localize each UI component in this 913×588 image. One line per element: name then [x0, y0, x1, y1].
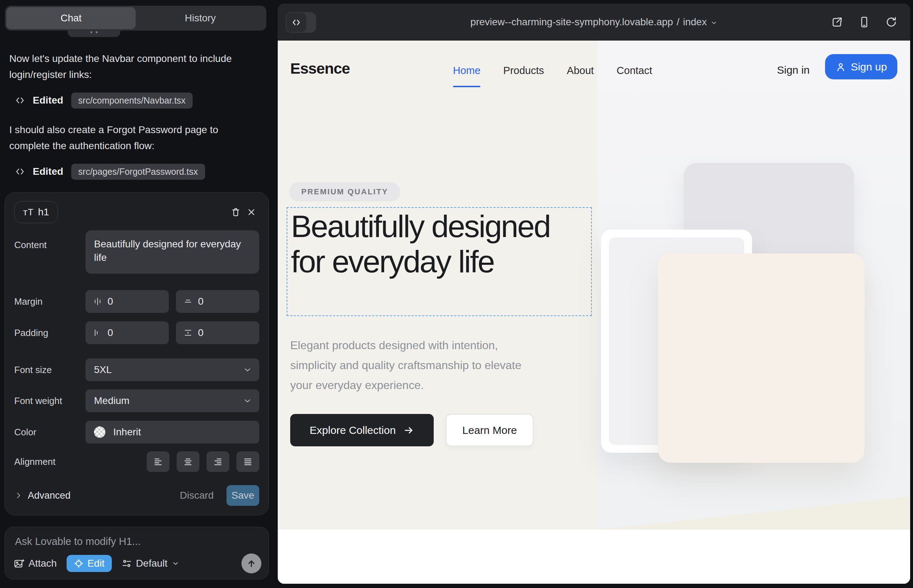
nav-link-about[interactable]: About: [567, 65, 594, 76]
tab-chat[interactable]: Chat: [6, 7, 136, 29]
font-weight-select[interactable]: Medium: [86, 389, 259, 412]
font-size-select[interactable]: 5XL: [86, 359, 259, 381]
content-input[interactable]: Beautifully designed for everyday life: [86, 230, 259, 274]
mode-select[interactable]: Default: [122, 558, 180, 569]
preview-host: preview--charming-site-symphony.lovable.…: [470, 16, 673, 28]
next-section-background: [278, 530, 910, 584]
chevron-down-icon: [172, 559, 180, 567]
external-link-icon: [831, 16, 843, 28]
font-weight-label: Font weight: [14, 396, 86, 407]
align-justify-icon: [243, 457, 253, 466]
nav-link-products[interactable]: Products: [503, 65, 544, 76]
send-button[interactable]: [241, 554, 261, 573]
align-left-icon: [154, 457, 163, 466]
chat-history-tabs: Chat History: [5, 6, 266, 31]
preview-actions: [831, 3, 897, 40]
preview-topbar: preview--charming-site-symphony.lovable.…: [278, 3, 910, 40]
file-chip[interactable]: src/pages/ForgotPassword.tsx: [71, 164, 205, 180]
padding-y-icon: [184, 328, 192, 337]
lovable-app: Chat History Now let's update the Navbar…: [0, 0, 913, 588]
nav-link-contact[interactable]: Contact: [617, 65, 652, 76]
margin-y-icon: [184, 297, 192, 306]
delete-element-button[interactable]: [228, 204, 244, 220]
chevron-down-icon: [711, 19, 717, 26]
editor-header: ᴛT h1: [14, 201, 259, 223]
content-label: Content: [14, 239, 86, 250]
content-row: Content Beautifully designed for everyda…: [14, 230, 259, 274]
site-logo[interactable]: Essence: [290, 60, 350, 77]
nav-link-home[interactable]: Home: [453, 65, 480, 76]
sign-in-link[interactable]: Sign in: [777, 64, 810, 76]
open-external-button[interactable]: [831, 16, 843, 28]
align-left-button[interactable]: [147, 451, 170, 472]
file-chip[interactable]: src/components/Navbar.tsx: [71, 92, 193, 108]
code-view-toggle[interactable]: [286, 12, 316, 33]
composer-placeholder[interactable]: Ask Lovable to modify H1...: [15, 536, 141, 548]
refresh-icon: [885, 16, 897, 28]
font-size-label: Font size: [14, 365, 86, 375]
align-justify-button[interactable]: [236, 451, 259, 472]
trash-icon: [230, 207, 241, 218]
code-icon: [286, 13, 306, 32]
chat-composer[interactable]: Ask Lovable to modify H1... Attach Edit …: [5, 527, 269, 580]
advanced-toggle[interactable]: Advanced: [14, 490, 71, 501]
element-tag: h1: [38, 207, 49, 218]
refresh-button[interactable]: [885, 16, 897, 28]
selected-element-outline: Beautifully designed for everyday life: [287, 207, 592, 316]
padding-label: Padding: [14, 328, 86, 339]
send-arrow-icon: [246, 559, 256, 569]
align-center-button[interactable]: [176, 451, 199, 472]
hero-cta-row: Explore Collection Learn More: [290, 414, 533, 446]
margin-row: Margin 0 0: [14, 290, 259, 313]
color-label: Color: [14, 427, 86, 438]
margin-x-icon: [93, 297, 102, 306]
save-button[interactable]: Save: [227, 485, 259, 506]
tab-history[interactable]: History: [136, 7, 265, 29]
sign-up-button[interactable]: Sign up: [825, 54, 897, 79]
element-editor-panel: ᴛT h1 Content Beautifully designed: [5, 192, 269, 515]
padding-x-icon: [93, 328, 102, 337]
margin-x-input[interactable]: 0: [86, 290, 169, 313]
hero-heading[interactable]: Beautifully designed for everyday life: [291, 208, 583, 279]
transparency-swatch: [94, 426, 105, 438]
hero-paragraph: Elegant products designed with intention…: [290, 335, 539, 395]
color-row: Color Inherit: [14, 421, 259, 444]
chat-message: Now let's update the Navbar component to…: [9, 50, 237, 82]
chevron-right-icon: [14, 491, 23, 500]
color-picker-field[interactable]: Inherit: [86, 421, 259, 444]
chevron-down-icon: [243, 396, 252, 405]
premium-badge: PREMIUM QUALITY: [289, 182, 400, 202]
padding-row: Padding 0 0: [14, 321, 259, 344]
preview-window: preview--charming-site-symphony.lovable.…: [278, 3, 910, 584]
explore-collection-button[interactable]: Explore Collection: [290, 414, 434, 446]
padding-x-input[interactable]: 0: [86, 321, 169, 344]
selected-element-pill[interactable]: ᴛT h1: [14, 201, 58, 223]
site-canvas: Essence Home Products About Contact Sign…: [278, 40, 910, 584]
discard-button[interactable]: Discard: [180, 490, 214, 501]
edited-file-row: Edited src/components/Navbar.tsx: [15, 92, 193, 109]
edit-mode-button[interactable]: Edit: [66, 555, 112, 572]
alignment-label: Alignment: [14, 456, 86, 467]
padding-y-input[interactable]: 0: [176, 321, 259, 344]
edited-label: Edited: [33, 95, 63, 106]
close-editor-button[interactable]: [244, 204, 259, 220]
decor-cream-card: [658, 254, 864, 463]
margin-y-input[interactable]: 0: [176, 290, 259, 313]
chevron-down-icon: [243, 365, 252, 375]
url-separator: /: [677, 16, 680, 28]
code-icon: [15, 166, 25, 176]
mobile-view-button[interactable]: [858, 16, 870, 28]
type-icon: ᴛT: [23, 207, 34, 218]
align-right-button[interactable]: [207, 451, 229, 472]
editor-footer: Advanced Discard Save: [14, 485, 259, 506]
attach-image-icon: [13, 558, 24, 569]
close-icon: [246, 207, 256, 217]
mobile-icon: [858, 16, 870, 28]
font-size-row: Font size 5XL: [14, 359, 259, 381]
preview-page: index: [683, 16, 707, 28]
attach-button[interactable]: Attach: [13, 558, 57, 569]
learn-more-button[interactable]: Learn More: [446, 414, 533, 446]
edit-target-icon: [74, 559, 84, 569]
preview-url-bar[interactable]: preview--charming-site-symphony.lovable.…: [470, 3, 717, 40]
sliders-icon: [122, 559, 132, 569]
